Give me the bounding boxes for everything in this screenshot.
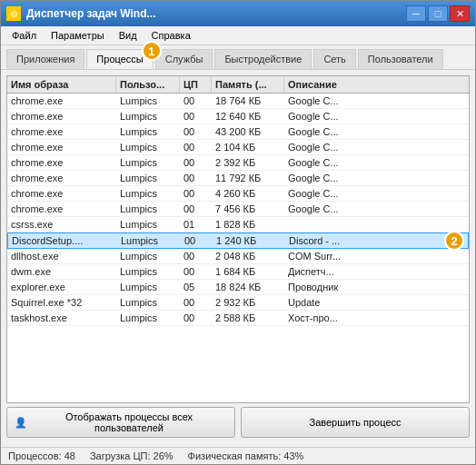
status-processes: Процессов: 48 xyxy=(8,450,75,461)
tabs-bar: Приложения Процессы 1 Службы Быстродейст… xyxy=(1,45,475,70)
col-header-cpu[interactable]: ЦП xyxy=(180,76,212,93)
cell-cpu: 00 xyxy=(180,311,212,325)
cell-desc xyxy=(284,217,469,232)
status-cpu: Загрузка ЦП: 26% xyxy=(90,450,174,461)
table-row[interactable]: chrome.exe Lumpics 00 43 200 КБ Google C… xyxy=(7,124,469,140)
content-area: Имя образа Пользо... ЦП Память (... Опис… xyxy=(1,70,475,447)
table-row[interactable]: chrome.exe Lumpics 00 7 456 КБ Google C.… xyxy=(7,202,469,217)
selected-row-badge: 2 xyxy=(444,231,464,251)
cell-name: csrss.exe xyxy=(7,217,116,232)
table-row[interactable]: chrome.exe Lumpics 00 18 764 КБ Google C… xyxy=(7,94,469,109)
cell-desc: Google C... xyxy=(284,140,469,154)
table-row[interactable]: chrome.exe Lumpics 00 4 260 КБ Google C.… xyxy=(7,186,469,202)
task-manager-window: ⚙ Диспетчер задач Wind... ─ □ ✕ Файл Пар… xyxy=(0,0,476,465)
cell-user: Lumpics xyxy=(116,186,180,201)
col-header-memory[interactable]: Память (... xyxy=(212,76,284,93)
tab-apps[interactable]: Приложения xyxy=(6,49,84,69)
close-button[interactable]: ✕ xyxy=(450,5,470,22)
menu-parameters[interactable]: Параметры xyxy=(44,28,112,43)
window-controls: ─ □ ✕ xyxy=(406,5,470,22)
cell-desc: COM Surr... xyxy=(284,249,469,263)
window-title: Диспетчер задач Wind... xyxy=(26,7,156,20)
cell-desc: Update xyxy=(284,295,469,310)
cell-cpu: 00 xyxy=(180,140,212,154)
table-body: chrome.exe Lumpics 00 18 764 КБ Google C… xyxy=(7,94,469,398)
cell-memory: 11 792 КБ xyxy=(212,171,284,185)
table-row[interactable]: chrome.exe Lumpics 00 12 640 КБ Google C… xyxy=(7,109,469,124)
cell-user: Lumpics xyxy=(116,94,180,108)
cell-user: Lumpics xyxy=(116,280,180,294)
table-row[interactable]: taskhost.exe Lumpics 00 2 588 КБ Хост-пр… xyxy=(7,311,469,326)
cell-name: dwm.exe xyxy=(7,264,116,279)
title-bar-left: ⚙ Диспетчер задач Wind... xyxy=(6,6,156,21)
cell-name: chrome.exe xyxy=(7,155,116,170)
cell-memory: 2 048 КБ xyxy=(212,249,284,263)
table-row[interactable]: chrome.exe Lumpics 00 2 392 КБ Google C.… xyxy=(7,155,469,171)
menu-file[interactable]: Файл xyxy=(5,28,44,43)
cell-cpu: 00 xyxy=(181,233,213,248)
table-row[interactable]: chrome.exe Lumpics 00 2 104 КБ Google C.… xyxy=(7,140,469,155)
cell-cpu: 00 xyxy=(180,202,212,216)
tab-network[interactable]: Сеть xyxy=(313,49,355,69)
show-all-users-button[interactable]: 👤 Отображать процессы всех пользователей xyxy=(6,407,235,438)
cell-cpu: 00 xyxy=(180,124,212,139)
tab-processes[interactable]: Процессы 1 xyxy=(86,49,153,69)
end-process-button[interactable]: Завершить процесс xyxy=(241,407,470,438)
menu-view[interactable]: Вид xyxy=(112,28,144,43)
col-header-user[interactable]: Пользо... xyxy=(116,76,180,93)
cell-user: Lumpics xyxy=(116,171,180,185)
cell-cpu: 05 xyxy=(180,280,212,294)
cell-memory: 1 684 КБ xyxy=(212,264,284,279)
tab-users[interactable]: Пользователи xyxy=(358,49,443,69)
cell-desc: Google C... xyxy=(284,155,469,170)
cell-memory: 2 588 КБ xyxy=(212,311,284,325)
show-all-icon: 👤 xyxy=(15,417,27,429)
cell-memory: 43 200 КБ xyxy=(212,124,284,139)
cell-desc: Хост-про... xyxy=(284,311,469,325)
cell-cpu: 00 xyxy=(180,249,212,263)
table-row[interactable]: dllhost.exe Lumpics 00 2 048 КБ COM Surr… xyxy=(7,249,469,264)
cell-name: explorer.exe xyxy=(7,280,116,294)
table-row[interactable]: dwm.exe Lumpics 00 1 684 КБ Диспетч... xyxy=(7,264,469,280)
cell-memory: 4 260 КБ xyxy=(212,186,284,201)
cell-name: chrome.exe xyxy=(7,94,116,108)
cell-user: Lumpics xyxy=(116,295,180,310)
process-table: Имя образа Пользо... ЦП Память (... Опис… xyxy=(6,75,470,403)
table-row[interactable]: Squirrel.exe *32 Lumpics 00 2 932 КБ Upd… xyxy=(7,295,469,311)
cell-desc: Google C... xyxy=(284,186,469,201)
cell-user: Lumpics xyxy=(116,249,180,263)
tab-processes-badge: 1 xyxy=(142,41,162,61)
cell-desc: Диспетч... xyxy=(284,264,469,279)
cell-name: Squirrel.exe *32 xyxy=(7,295,116,310)
table-row[interactable]: DiscordSetup.... Lumpics 00 1 240 КБ Dis… xyxy=(7,232,469,249)
cell-memory: 2 392 КБ xyxy=(212,155,284,170)
tab-performance[interactable]: Быстродействие xyxy=(214,49,312,69)
col-header-name[interactable]: Имя образа xyxy=(7,76,116,93)
table-row[interactable]: explorer.exe Lumpics 05 18 824 КБ Провод… xyxy=(7,280,469,295)
table-row[interactable]: chrome.exe Lumpics 00 11 792 КБ Google C… xyxy=(7,171,469,186)
cell-desc: Google C... xyxy=(284,202,469,216)
cell-name: chrome.exe xyxy=(7,140,116,154)
cell-cpu: 00 xyxy=(180,264,212,279)
cell-name: DiscordSetup.... xyxy=(8,233,117,248)
cell-desc: Проводник xyxy=(284,280,469,294)
cell-name: dllhost.exe xyxy=(7,249,116,263)
table-row[interactable]: csrss.exe Lumpics 01 1 828 КБ xyxy=(7,217,469,232)
cell-name: chrome.exe xyxy=(7,124,116,139)
cell-memory: 2 104 КБ xyxy=(212,140,284,154)
bottom-bar: 👤 Отображать процессы всех пользователей… xyxy=(6,403,470,441)
minimize-button[interactable]: ─ xyxy=(406,5,426,22)
app-icon: ⚙ xyxy=(6,6,21,21)
cell-desc: Discord - ... xyxy=(285,233,468,248)
cell-cpu: 00 xyxy=(180,155,212,170)
cell-user: Lumpics xyxy=(116,155,180,170)
cell-user: Lumpics xyxy=(116,311,180,325)
cell-name: chrome.exe xyxy=(7,202,116,216)
maximize-button[interactable]: □ xyxy=(428,5,448,22)
tab-services[interactable]: Службы xyxy=(155,49,213,69)
cell-memory: 18 764 КБ xyxy=(212,94,284,108)
status-bar: Процессов: 48 Загрузка ЦП: 26% Физическа… xyxy=(1,447,475,464)
cell-memory: 2 932 КБ xyxy=(212,295,284,310)
cell-user: Lumpics xyxy=(116,264,180,279)
col-header-desc[interactable]: Описание xyxy=(284,76,469,93)
